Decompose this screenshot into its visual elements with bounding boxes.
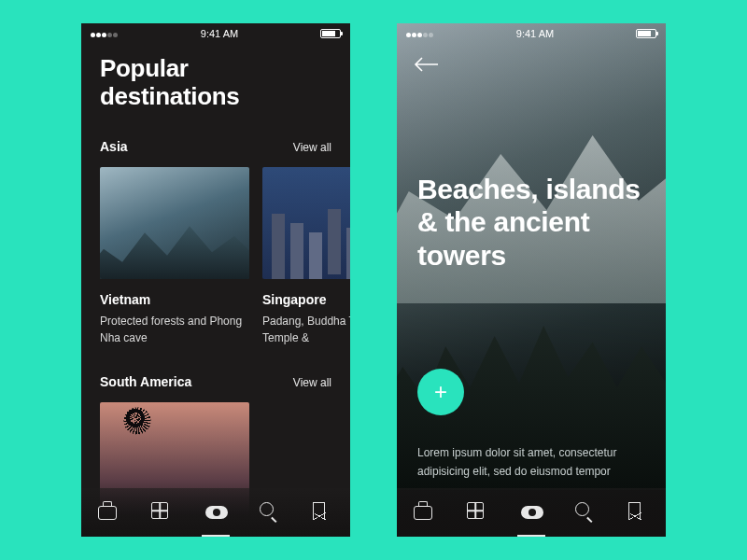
grid-icon — [151, 502, 168, 519]
card-image — [100, 167, 249, 279]
section-header-south-america: South America View all — [100, 374, 331, 389]
tab-grid[interactable] — [151, 502, 172, 523]
section-label: Asia — [100, 139, 128, 154]
destination-card-singapore[interactable]: Singapore Padang, Buddha Tooth Temple & — [262, 167, 350, 346]
tab-briefcase[interactable] — [98, 502, 119, 523]
section-header-asia: Asia View all — [100, 139, 331, 154]
page-title: Popular destinations — [100, 55, 331, 111]
search-icon — [575, 502, 589, 516]
view-all-link[interactable]: View all — [293, 376, 331, 389]
back-button[interactable] — [414, 55, 440, 74]
tab-bookmark[interactable] — [313, 502, 333, 523]
grid-icon — [467, 502, 484, 519]
tab-bar — [397, 488, 666, 537]
card-image — [262, 167, 350, 279]
tab-search[interactable] — [575, 502, 596, 523]
status-time: 9:41 AM — [201, 28, 238, 39]
status-bar: 9:41 AM — [81, 23, 350, 44]
eye-icon — [205, 506, 228, 519]
battery-icon — [320, 29, 341, 38]
tab-grid[interactable] — [467, 502, 487, 523]
view-all-link[interactable]: View all — [293, 141, 331, 154]
section-label: South America — [100, 374, 191, 389]
cards-row-asia[interactable]: Vietnam Protected forests and Phong Nha … — [100, 167, 331, 346]
description-text: Lorem ipsum dolor sit amet, consectetur … — [417, 443, 645, 482]
tab-bar — [81, 488, 350, 537]
popular-destinations-screen: 9:41 AM Popular destinations Asia View a… — [81, 23, 350, 537]
tab-explore[interactable] — [521, 502, 542, 523]
tab-explore[interactable] — [205, 502, 226, 523]
bookmark-icon — [628, 502, 641, 519]
add-button[interactable]: + — [417, 369, 464, 415]
hero-title: Beaches, islands & the ancient towers — [417, 173, 645, 272]
plus-icon: + — [434, 381, 447, 403]
back-arrow-icon — [414, 55, 440, 74]
card-title: Vietnam — [100, 292, 249, 307]
tab-search[interactable] — [260, 502, 280, 523]
signal-dots-icon — [91, 28, 119, 39]
eye-icon — [521, 506, 543, 519]
search-icon — [260, 502, 274, 516]
card-subtitle: Protected forests and Phong Nha cave — [100, 313, 249, 346]
briefcase-icon — [98, 506, 117, 520]
briefcase-icon — [414, 506, 432, 520]
card-title: Singapore — [262, 292, 350, 307]
card-subtitle: Padang, Buddha Tooth Temple & — [262, 313, 350, 346]
signal-dots-icon — [406, 28, 434, 39]
bookmark-icon — [313, 502, 325, 519]
battery-icon — [636, 29, 656, 38]
status-time: 9:41 AM — [516, 28, 554, 39]
destination-detail-screen: 9:41 AM Beaches, islands & the ancient t… — [397, 23, 666, 537]
status-bar: 9:41 AM — [397, 23, 666, 44]
tab-bookmark[interactable] — [628, 502, 649, 523]
tab-briefcase[interactable] — [414, 502, 434, 523]
destination-card-vietnam[interactable]: Vietnam Protected forests and Phong Nha … — [100, 167, 249, 346]
